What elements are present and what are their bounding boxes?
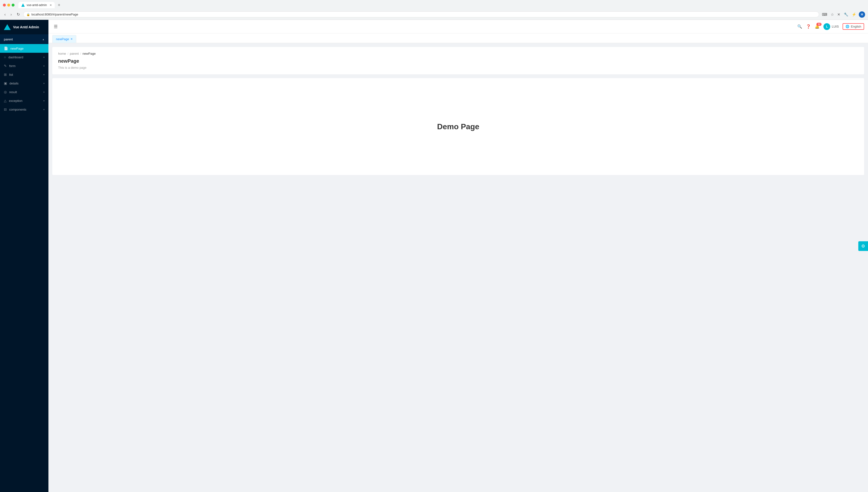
sidebar-item-label: components — [9, 108, 26, 111]
demo-heading: Demo Page — [437, 122, 479, 131]
breadcrumb-home[interactable]: home — [58, 52, 66, 55]
lock-icon: 🔒 — [26, 13, 30, 16]
window-controls — [3, 4, 15, 6]
breadcrumb-sep-2: / — [80, 52, 81, 55]
address-bar[interactable]: 🔒 localhost:8080/#/parent/newPage — [23, 11, 819, 18]
menu-item-left: △ exception — [4, 99, 23, 103]
logo-text: Vue Antd Admin — [13, 25, 39, 29]
language-label: English — [851, 25, 861, 28]
tab-favicon-icon — [21, 3, 25, 7]
translate-icon[interactable]: ⌨ — [821, 11, 828, 18]
notification-button[interactable]: 🔔 12 — [815, 24, 820, 29]
settings-icon: ⚙ — [861, 243, 865, 249]
list-icon: ⊞ — [4, 73, 7, 76]
menu-item-left: 📄 newPage — [4, 47, 23, 50]
details-icon: ▣ — [4, 81, 7, 85]
browser-actions: ⌨ ☆ ✕ 🔧 ⚡ H — [821, 11, 865, 18]
sidebar-item-details[interactable]: ▣ details ▾ — [0, 79, 48, 88]
chevron-down-icon: ▾ — [43, 91, 45, 93]
search-button[interactable]: 🔍 — [797, 24, 802, 29]
chevron-down-icon: ▾ — [43, 65, 45, 67]
extension-icon[interactable]: 🔧 — [843, 11, 849, 18]
chevron-down-icon: ▾ — [43, 82, 45, 85]
components-icon: ⊟ — [4, 107, 7, 111]
sidebar-section-parent[interactable]: parent ▲ — [0, 34, 48, 44]
forward-button[interactable]: › — [9, 11, 13, 18]
new-tab-button[interactable]: + — [57, 3, 60, 8]
language-button[interactable]: 🌐 English — [843, 23, 864, 30]
page-header-card: home / parent / newPage newPage This is … — [52, 47, 864, 74]
browser-tab[interactable]: vue-antd-admin ✕ — [18, 2, 55, 8]
result-icon: ◎ — [4, 90, 7, 94]
app-header: ☰ 🔍 ❓ 🔔 12 L LUIS 🌐 English — [48, 20, 868, 33]
browser-user-avatar[interactable]: H — [859, 11, 865, 18]
demo-content-area: Demo Page — [52, 78, 864, 175]
minimize-window-btn[interactable] — [7, 4, 10, 6]
sidebar-item-label: exception — [9, 99, 23, 103]
hamburger-menu-button[interactable]: ☰ — [52, 23, 59, 30]
header-left: ☰ — [52, 23, 59, 30]
help-button[interactable]: ❓ — [806, 24, 811, 29]
sidebar-item-label: dashboard — [8, 55, 23, 59]
sidebar-item-dashboard[interactable]: ○ dashboard ▾ — [0, 53, 48, 62]
breadcrumb-parent[interactable]: parent — [70, 52, 79, 55]
sidebar-section-label: parent — [4, 38, 13, 41]
browser-chrome: vue-antd-admin ✕ + ‹ › ↻ 🔒 localhost:808… — [0, 0, 868, 20]
close-tab-icon[interactable]: ✕ — [836, 11, 841, 18]
menu-item-left: ○ dashboard — [4, 55, 23, 59]
url-text: localhost:8080/#/parent/newPage — [31, 13, 78, 16]
globe-icon: 🌐 — [845, 25, 849, 28]
sidebar-item-exception[interactable]: △ exception ▾ — [0, 96, 48, 105]
tab-close-icon[interactable]: ✕ — [70, 38, 73, 41]
sidebar-item-label: result — [9, 90, 17, 94]
tab-newpage[interactable]: newPage ✕ — [52, 35, 76, 43]
sidebar-item-form[interactable]: ✎ form ▾ — [0, 62, 48, 70]
menu-item-left: ✎ form — [4, 64, 16, 68]
chevron-down-icon: ▾ — [43, 108, 45, 111]
sidebar-item-label: newPage — [10, 47, 23, 50]
tab-close-icon[interactable]: ✕ — [50, 4, 52, 7]
back-button[interactable]: ‹ — [3, 11, 7, 18]
breadcrumb-sep-1: / — [68, 52, 69, 55]
header-user[interactable]: L LUIS — [823, 23, 839, 30]
newpage-icon: 📄 — [4, 47, 8, 50]
main-area: ☰ 🔍 ❓ 🔔 12 L LUIS 🌐 English — [48, 20, 868, 492]
tab-label: newPage — [56, 37, 69, 41]
sidebar-item-label: details — [9, 81, 19, 85]
chevron-down-icon: ▾ — [43, 73, 45, 76]
maximize-window-btn[interactable] — [11, 4, 15, 6]
breadcrumb: home / parent / newPage — [58, 52, 858, 55]
close-window-btn[interactable] — [3, 4, 6, 6]
sidebar-logo: Vue Antd Admin — [0, 20, 48, 34]
sidebar-item-result[interactable]: ◎ result ▾ — [0, 88, 48, 96]
sidebar-item-newpage[interactable]: 📄 newPage — [0, 44, 48, 53]
header-right: 🔍 ❓ 🔔 12 L LUIS 🌐 English — [797, 23, 864, 30]
chevron-down-icon: ▾ — [43, 99, 45, 102]
menu-item-left: ◎ result — [4, 90, 17, 94]
browser-titlebar: vue-antd-admin ✕ + — [0, 0, 868, 10]
breadcrumb-current: newPage — [83, 52, 96, 55]
logo-icon — [4, 24, 11, 30]
sidebar-item-components[interactable]: ⊟ components ▾ — [0, 105, 48, 114]
sidebar-item-label: form — [9, 64, 16, 68]
chevron-up-icon: ▲ — [42, 38, 45, 41]
app-layout: Vue Antd Admin parent ▲ 📄 newPage ○ dash… — [0, 20, 868, 492]
sidebar-item-list[interactable]: ⊞ list ▾ — [0, 70, 48, 79]
notification-badge: 12 — [816, 23, 821, 26]
menu-item-left: ▣ details — [4, 81, 19, 85]
content-area: home / parent / newPage newPage This is … — [48, 43, 868, 492]
exception-icon: △ — [4, 99, 6, 103]
user-avatar: L — [823, 23, 830, 30]
extensions-icon[interactable]: ⚡ — [851, 11, 857, 18]
sidebar-item-label: list — [9, 73, 13, 76]
tab-title: vue-antd-admin — [27, 3, 47, 7]
settings-fab-button[interactable]: ⚙ — [858, 241, 868, 251]
reload-button[interactable]: ↻ — [15, 11, 21, 18]
browser-addressbar: ‹ › ↻ 🔒 localhost:8080/#/parent/newPage … — [0, 10, 868, 20]
menu-item-left: ⊟ components — [4, 107, 26, 111]
vue-triangle-icon — [4, 24, 11, 30]
bookmark-icon[interactable]: ☆ — [830, 11, 835, 18]
sidebar: Vue Antd Admin parent ▲ 📄 newPage ○ dash… — [0, 20, 48, 492]
chevron-down-icon: ▾ — [43, 56, 45, 58]
form-icon: ✎ — [4, 64, 7, 68]
